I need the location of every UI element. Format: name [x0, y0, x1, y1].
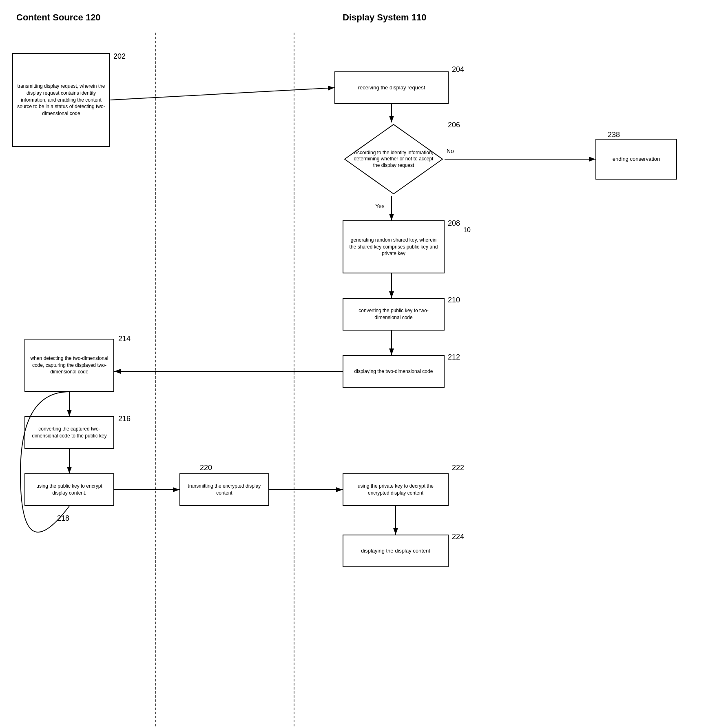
- box-204: receiving the display request: [334, 71, 449, 104]
- box-220: transmitting the encrypted display conte…: [179, 473, 269, 506]
- svg-line-1: [110, 88, 334, 100]
- label-212: 212: [448, 353, 460, 362]
- label-210: 210: [448, 296, 460, 304]
- label-208: 208: [448, 219, 460, 228]
- label-216: 216: [118, 415, 131, 423]
- label-202: 202: [113, 52, 126, 61]
- display-system-header: Display System 110: [343, 12, 426, 23]
- box-214: when detecting the two-dimensional code,…: [24, 339, 114, 392]
- diagram-container: Content Source 120 Display System 110 tr…: [0, 0, 717, 728]
- swimlane-line-2: [294, 33, 294, 726]
- label-204: 204: [452, 65, 464, 74]
- box-224: displaying the display content: [343, 535, 449, 567]
- header-area: Content Source 120 Display System 110: [0, 0, 717, 23]
- svg-text:Yes: Yes: [375, 203, 385, 209]
- label-220: 220: [200, 464, 212, 472]
- content-source-header: Content Source 120: [16, 12, 171, 23]
- swimlane-line-1: [155, 33, 156, 726]
- box-208: generating random shared key, wherein th…: [343, 220, 445, 273]
- label-218: 218: [57, 514, 69, 523]
- label-222: 222: [452, 464, 464, 472]
- label-238: 238: [608, 131, 620, 139]
- label-10: 10: [463, 226, 471, 234]
- box-222: using the private key to decrypt the enc…: [343, 473, 449, 506]
- diamond-206-text: According to the identity information, d…: [351, 131, 436, 188]
- diamond-206: According to the identity information, d…: [343, 122, 445, 196]
- box-218: using the public key to encrypt display …: [24, 473, 114, 506]
- box-216: converting the captured two-dimensional …: [24, 416, 114, 449]
- box-202: transmitting display request, wherein th…: [12, 53, 110, 147]
- box-210: converting the public key to two-dimensi…: [343, 298, 445, 331]
- svg-text:No: No: [447, 148, 454, 154]
- label-206: 206: [448, 121, 460, 129]
- label-214: 214: [118, 335, 131, 343]
- label-224: 224: [452, 533, 464, 541]
- box-238: ending conservation: [595, 139, 677, 180]
- box-212: displaying the two-dimensional code: [343, 355, 445, 388]
